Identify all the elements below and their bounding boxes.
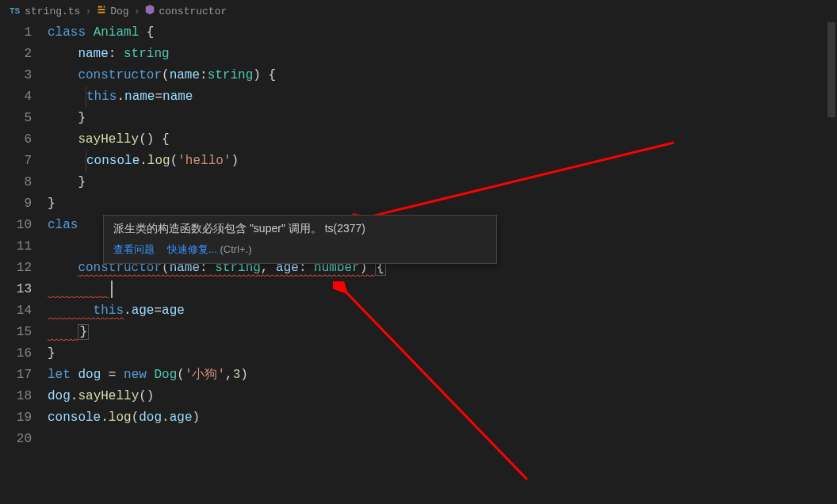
- keyword: class: [48, 25, 86, 40]
- chevron-right-icon: ›: [134, 6, 140, 17]
- type: string: [124, 47, 170, 61]
- breadcrumb[interactable]: TS string.ts › Dog › constructor: [0, 0, 837, 22]
- scrollbar-thumb[interactable]: [827, 22, 835, 117]
- constructor-keyword: constructor: [78, 68, 162, 82]
- breadcrumb-member[interactable]: constructor: [159, 6, 227, 17]
- vertical-scrollbar[interactable]: [826, 22, 837, 504]
- error-hover-tooltip[interactable]: 派生类的构造函数必须包含 "super" 调用。 ts(2377) 查看问题 快…: [103, 215, 497, 264]
- property: name: [78, 47, 108, 61]
- text-cursor: [111, 281, 113, 298]
- view-problem-link[interactable]: 查看问题: [113, 242, 155, 257]
- typescript-file-icon: TS: [10, 6, 20, 16]
- chevron-right-icon: ›: [85, 6, 91, 17]
- method-icon: [144, 4, 155, 18]
- breadcrumb-class[interactable]: Dog: [110, 6, 128, 17]
- class-icon: [96, 4, 107, 18]
- breadcrumb-file[interactable]: string.ts: [25, 6, 80, 17]
- method-name: sayHelly: [78, 132, 139, 147]
- punct: {: [139, 25, 154, 40]
- error-message: 派生类的构造函数必须包含 "super" 调用。 ts(2377): [113, 222, 487, 236]
- quick-fix-link[interactable]: 快速修复...: [167, 243, 217, 255]
- shortcut-hint: (Ctrl+.): [220, 243, 251, 255]
- line-number-gutter: 123 456 789 101112 131415 161718 1920: [0, 22, 48, 504]
- class-name: Aniaml: [94, 25, 140, 40]
